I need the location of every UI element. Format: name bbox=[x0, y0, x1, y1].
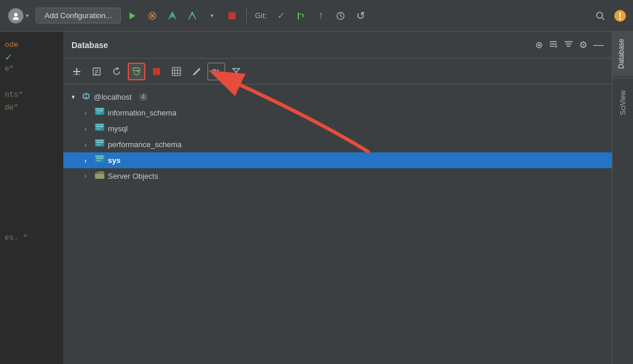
svg-rect-43 bbox=[96, 128, 101, 130]
user-button[interactable]: ▾ bbox=[5, 6, 32, 26]
tree-item-sys[interactable]: › sys bbox=[63, 152, 612, 168]
chevron-collapsed-icon: › bbox=[84, 157, 91, 164]
svg-line-9 bbox=[602, 18, 604, 20]
chevron-collapsed-icon: › bbox=[84, 172, 91, 179]
user-chevron-icon: ▾ bbox=[26, 12, 29, 19]
svg-point-18 bbox=[567, 43, 569, 45]
filter-data-icon[interactable] bbox=[227, 63, 245, 80]
svg-point-5 bbox=[171, 14, 174, 18]
git-check-icon[interactable]: ✓ bbox=[273, 8, 289, 24]
svg-rect-6 bbox=[229, 12, 236, 19]
svg-rect-45 bbox=[95, 141, 104, 147]
database-properties-icon[interactable] bbox=[128, 63, 145, 80]
code-area: ode ✓ e" nts" de" es. " bbox=[0, 32, 63, 364]
db-header-icons: ⊕ ⚙ — bbox=[535, 39, 604, 51]
svg-rect-50 bbox=[96, 158, 103, 159]
sys-label: sys bbox=[108, 156, 121, 165]
svg-point-0 bbox=[14, 13, 18, 16]
information-schema-label: information_schema bbox=[108, 108, 176, 117]
svg-point-8 bbox=[597, 12, 603, 18]
svg-rect-42 bbox=[96, 126, 103, 127]
right-sidebar: Database SciView bbox=[612, 32, 633, 364]
add-configuration-button[interactable]: Add Configuration... bbox=[36, 8, 121, 23]
git-revert-icon[interactable]: ↺ bbox=[352, 8, 369, 24]
svg-rect-49 bbox=[95, 157, 104, 162]
db-panel-title: Database bbox=[72, 40, 535, 50]
code-line: ode bbox=[5, 39, 59, 52]
performance-schema-label: performance_schema bbox=[108, 140, 182, 149]
code-line: e" bbox=[5, 63, 59, 76]
svg-rect-52 bbox=[95, 155, 104, 157]
db-header: Database ⊕ ⚙ — bbox=[63, 32, 612, 59]
run-icon[interactable] bbox=[124, 8, 141, 24]
code-line: de" bbox=[5, 101, 59, 114]
database-panel: Database ⊕ ⚙ — bbox=[63, 32, 612, 364]
svg-rect-41 bbox=[95, 125, 104, 131]
code-line: es. " bbox=[5, 232, 59, 244]
coverage-icon[interactable] bbox=[164, 8, 181, 24]
svg-point-1 bbox=[13, 17, 19, 20]
db-toolbar: QL bbox=[63, 59, 612, 84]
check-mark: ✓ bbox=[5, 52, 12, 63]
git-push-icon[interactable]: ↑ bbox=[312, 8, 329, 24]
localhost-label: @localhost bbox=[94, 93, 132, 101]
svg-point-11 bbox=[620, 18, 621, 19]
chevron-collapsed-icon: › bbox=[84, 110, 91, 117]
svg-rect-37 bbox=[95, 109, 104, 115]
sidebar-tab-sciview[interactable]: SciView bbox=[615, 86, 631, 120]
svg-rect-46 bbox=[96, 142, 103, 143]
edit-icon[interactable] bbox=[188, 63, 205, 80]
git-label: Git: bbox=[255, 11, 267, 20]
git-merge-icon[interactable] bbox=[292, 8, 309, 24]
settings-icon[interactable]: ⚙ bbox=[579, 39, 587, 50]
db-icon-mysql bbox=[95, 124, 104, 134]
svg-point-26 bbox=[133, 67, 140, 70]
svg-rect-51 bbox=[96, 160, 101, 161]
mysql-label: mysql bbox=[108, 124, 128, 133]
svg-rect-39 bbox=[96, 113, 101, 114]
code-line: nts" bbox=[5, 89, 59, 101]
svg-point-4 bbox=[151, 14, 154, 17]
debug-icon[interactable] bbox=[144, 8, 161, 24]
notification-icon[interactable] bbox=[612, 8, 628, 24]
minimize-icon[interactable]: — bbox=[593, 39, 604, 51]
table-editor-icon[interactable] bbox=[168, 63, 185, 80]
db-tree: ▾ @localhost 4 › in bbox=[63, 84, 612, 364]
tree-item-performance-schema[interactable]: › performance_schema bbox=[63, 137, 612, 152]
new-query-icon[interactable] bbox=[68, 63, 86, 80]
open-ddl-icon[interactable] bbox=[88, 63, 106, 80]
query-console-icon[interactable]: QL bbox=[207, 63, 225, 80]
tree-item-server-objects[interactable]: › Server Objects bbox=[63, 168, 612, 183]
refresh-icon[interactable] bbox=[108, 63, 125, 80]
svg-rect-28 bbox=[153, 68, 160, 75]
svg-rect-44 bbox=[95, 124, 104, 125]
svg-rect-40 bbox=[95, 108, 104, 110]
chevron-collapsed-icon: › bbox=[84, 141, 91, 148]
tree-item-mysql[interactable]: › mysql bbox=[63, 121, 612, 137]
localhost-badge: 4 bbox=[139, 93, 148, 101]
db-icon-information-schema bbox=[95, 108, 104, 118]
collapse-all-icon[interactable] bbox=[549, 40, 558, 50]
add-datasource-icon[interactable]: ⊕ bbox=[535, 39, 543, 50]
db-icon-sys bbox=[95, 155, 104, 165]
stop-icon[interactable] bbox=[224, 8, 240, 24]
server-objects-label: Server Objects bbox=[108, 172, 158, 181]
filter-icon[interactable] bbox=[564, 40, 573, 50]
svg-marker-2 bbox=[130, 12, 135, 19]
sidebar-tab-database[interactable]: Database bbox=[612, 32, 633, 76]
git-history-icon[interactable] bbox=[332, 8, 349, 24]
db-icon-performance-schema bbox=[95, 140, 104, 149]
chevron-collapsed-icon: › bbox=[84, 125, 91, 132]
profile-icon[interactable] bbox=[184, 8, 200, 24]
search-icon[interactable] bbox=[592, 8, 608, 24]
stop-process-icon[interactable] bbox=[148, 63, 165, 80]
user-avatar bbox=[8, 8, 23, 23]
tree-item-information-schema[interactable]: › information_schema bbox=[63, 105, 612, 121]
tree-item-localhost[interactable]: ▾ @localhost 4 bbox=[63, 89, 612, 105]
top-toolbar: ▾ Add Configuration... ▾ Git: ✓ bbox=[0, 0, 633, 32]
svg-rect-38 bbox=[96, 110, 103, 111]
dropdown-arrow-icon[interactable]: ▾ bbox=[204, 8, 220, 24]
svg-rect-48 bbox=[95, 140, 104, 141]
server-icon bbox=[82, 92, 90, 102]
sidebar-divider bbox=[612, 78, 633, 79]
